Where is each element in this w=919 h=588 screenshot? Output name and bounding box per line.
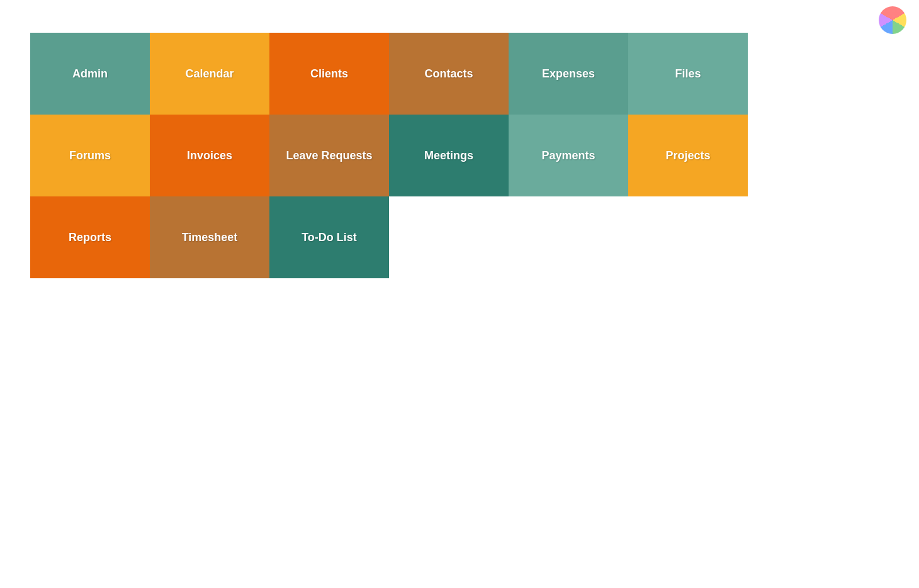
tile-payments[interactable]: Payments [509,115,628,196]
tile-label-timesheet: Timesheet [182,231,238,244]
tile-label-files: Files [675,67,701,81]
tile-expenses[interactable]: Expenses [509,33,628,115]
tile-label-forums: Forums [69,149,111,162]
tile-label-leave-requests: Leave Requests [286,149,372,162]
tile-calendar[interactable]: Calendar [150,33,269,115]
tile-label-meetings: Meetings [424,149,473,162]
tile-label-contacts: Contacts [424,67,473,81]
tile-todo-list[interactable]: To-Do List [269,196,389,278]
tile-projects[interactable]: Projects [628,115,748,196]
tile-meetings[interactable]: Meetings [389,115,509,196]
tile-admin[interactable]: Admin [30,33,150,115]
tile-label-clients: Clients [310,67,348,81]
module-grid: AdminCalendarClientsContactsExpensesFile… [30,33,748,278]
tile-invoices[interactable]: Invoices [150,115,269,196]
tile-forums[interactable]: Forums [30,115,150,196]
tile-leave-requests[interactable]: Leave Requests [269,115,389,196]
tile-label-calendar: Calendar [185,67,234,81]
tile-label-projects: Projects [665,149,710,162]
tile-label-todo-list: To-Do List [302,231,357,244]
tile-label-expenses: Expenses [542,67,595,81]
tile-timesheet[interactable]: Timesheet [150,196,269,278]
tile-label-payments: Payments [541,149,595,162]
tile-files[interactable]: Files [628,33,748,115]
tile-clients[interactable]: Clients [269,33,389,115]
tile-contacts[interactable]: Contacts [389,33,509,115]
tile-label-invoices: Invoices [187,149,232,162]
tile-label-reports: Reports [69,231,111,244]
tile-label-admin: Admin [72,67,108,81]
user-avatar[interactable] [879,6,906,34]
tile-reports[interactable]: Reports [30,196,150,278]
